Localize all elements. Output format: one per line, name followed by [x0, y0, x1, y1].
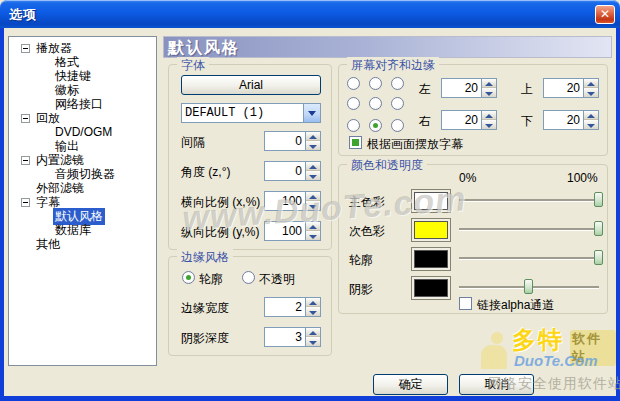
primary-color-swatch[interactable]	[411, 189, 451, 213]
slider-thumb[interactable]	[524, 279, 533, 294]
collapse-icon[interactable]	[21, 114, 30, 123]
align-top-right-radio[interactable]	[391, 77, 404, 90]
spin-up-icon[interactable]	[482, 111, 496, 120]
margin-left-stepper[interactable]: 20	[441, 78, 497, 98]
spin-down-icon[interactable]	[306, 201, 320, 210]
tree-item-dvd-ogm[interactable]: DVD/OGM	[9, 125, 156, 139]
tree-item-hotkeys[interactable]: 快捷键	[9, 69, 156, 83]
tree-item-playback[interactable]: 回放	[9, 111, 156, 125]
duote-logo: 多特 软件站 DuoTe.Com	[478, 328, 616, 374]
shadow-depth-stepper[interactable]: 3	[264, 327, 321, 347]
category-tree[interactable]: 播放器 格式 快捷键 徽标 网络接口 回放 DVD/OGM 输出 内置滤镜 音频…	[8, 36, 157, 366]
style-select[interactable]: DEFAULT (1)	[181, 103, 321, 123]
border-width-stepper[interactable]: 2	[264, 297, 321, 317]
tree-item-misc[interactable]: 其他	[9, 237, 156, 251]
font-group: 字体 Arial DEFAULT (1) 间隔 0 角度 (z,°) 0	[168, 64, 332, 250]
border-group-title: 边缘风格	[177, 249, 233, 266]
spin-down-icon[interactable]	[482, 120, 496, 129]
margin-right-stepper[interactable]: 20	[441, 110, 497, 130]
align-top-left-radio[interactable]	[347, 77, 360, 90]
margin-top-stepper[interactable]: 20	[543, 78, 599, 98]
brand-name: 多特	[512, 324, 564, 356]
options-dialog: 选项 ✕ 播放器 格式 快捷键 徽标 网络接口 回放 DVD/OGM 输出 内置…	[0, 0, 620, 401]
link-alpha-checkbox[interactable]	[459, 297, 472, 310]
color-group-title: 颜色和透明度	[347, 157, 427, 174]
brand-domain: DuoTe.Com	[514, 352, 598, 369]
shadow-alpha-slider[interactable]	[459, 279, 599, 295]
slider-thumb[interactable]	[594, 192, 603, 207]
hscale-row: 横向比例 (x,%) 100	[179, 191, 321, 211]
ok-button[interactable]: 确定	[373, 374, 448, 395]
tree-item-external-filters[interactable]: 外部滤镜	[9, 181, 156, 195]
tree-item-player[interactable]: 播放器	[9, 41, 156, 55]
spin-down-icon[interactable]	[584, 88, 598, 97]
primary-alpha-slider[interactable]	[459, 192, 599, 208]
outline-color-swatch[interactable]	[411, 247, 451, 271]
spin-up-icon[interactable]	[306, 328, 320, 337]
alignment-group-title: 屏幕对齐和边缘	[347, 57, 439, 74]
spacing-stepper[interactable]: 0	[264, 131, 321, 151]
scale-min-label: 0%	[459, 171, 476, 185]
secondary-color-swatch[interactable]	[411, 218, 451, 242]
spin-up-icon[interactable]	[306, 162, 320, 171]
spin-down-icon[interactable]	[584, 120, 598, 129]
font-name-button[interactable]: Arial	[181, 75, 321, 95]
screen-alignment-group: 屏幕对齐和边缘 左 20 上 20 右 20	[338, 64, 608, 156]
spin-up-icon[interactable]	[306, 192, 320, 201]
window-title: 选项	[9, 6, 37, 24]
collapse-icon[interactable]	[21, 44, 30, 53]
border-style-group: 边缘风格 轮廓 不透明 边缘宽度 2 阴影深度 3	[168, 256, 332, 356]
close-button[interactable]: ✕	[595, 5, 615, 24]
spin-up-icon[interactable]	[306, 222, 320, 231]
angle-stepper[interactable]: 0	[264, 161, 321, 181]
titlebar[interactable]: 选项 ✕	[0, 0, 620, 28]
angle-row: 角度 (z,°) 0	[179, 161, 321, 181]
align-top-center-radio[interactable]	[369, 77, 382, 90]
style-select-value: DEFAULT (1)	[185, 106, 264, 120]
person-icon	[486, 332, 508, 348]
collapse-icon[interactable]	[21, 156, 30, 165]
secondary-alpha-slider[interactable]	[459, 221, 599, 237]
hscale-stepper[interactable]: 100	[264, 191, 321, 211]
spin-up-icon[interactable]	[306, 298, 320, 307]
align-middle-right-radio[interactable]	[391, 97, 404, 110]
position-relative-checkbox[interactable]	[349, 136, 362, 149]
align-middle-center-radio[interactable]	[369, 97, 382, 110]
spin-up-icon[interactable]	[306, 132, 320, 141]
spacing-row: 间隔 0	[179, 131, 321, 151]
collapse-icon[interactable]	[21, 198, 30, 207]
spin-up-icon[interactable]	[482, 79, 496, 88]
vscale-stepper[interactable]: 100	[264, 221, 321, 241]
align-bottom-left-radio[interactable]	[347, 119, 360, 132]
spin-down-icon[interactable]	[306, 141, 320, 150]
spin-up-icon[interactable]	[584, 111, 598, 120]
spin-down-icon[interactable]	[482, 88, 496, 97]
spin-down-icon[interactable]	[306, 171, 320, 180]
spin-down-icon[interactable]	[306, 231, 320, 240]
cancel-button[interactable]: 取消	[459, 374, 534, 395]
tree-item-database[interactable]: 数据库	[9, 223, 156, 237]
margin-bottom-stepper[interactable]: 20	[543, 110, 599, 130]
spin-down-icon[interactable]	[306, 337, 320, 346]
font-group-title: 字体	[177, 57, 209, 74]
align-middle-left-radio[interactable]	[347, 97, 360, 110]
panel-header: 默认风格	[163, 36, 612, 58]
shadow-depth-row: 阴影深度 3	[179, 327, 321, 347]
align-bottom-center-radio[interactable]	[369, 119, 382, 132]
tree-item-network[interactable]: 网络接口	[9, 97, 156, 111]
chevron-down-icon[interactable]	[303, 104, 320, 122]
spin-down-icon[interactable]	[306, 307, 320, 316]
slider-thumb[interactable]	[594, 250, 603, 265]
person-icon	[481, 345, 507, 369]
align-bottom-right-radio[interactable]	[391, 119, 404, 132]
color-transparency-group: 颜色和透明度 0% 100% 主色彩 次色彩 轮廓 阴影 链接alpha通道	[338, 164, 608, 314]
spin-up-icon[interactable]	[584, 79, 598, 88]
vscale-row: 纵向比例 (y,%) 100	[179, 221, 321, 241]
border-width-row: 边缘宽度 2	[179, 297, 321, 317]
shadow-color-swatch[interactable]	[411, 276, 451, 300]
opaque-box-radio[interactable]	[242, 271, 255, 284]
outline-alpha-slider[interactable]	[459, 250, 599, 266]
dialog-client-area: 播放器 格式 快捷键 徽标 网络接口 回放 DVD/OGM 输出 内置滤镜 音频…	[4, 28, 616, 396]
slider-thumb[interactable]	[594, 221, 603, 236]
outline-radio[interactable]	[182, 271, 195, 284]
